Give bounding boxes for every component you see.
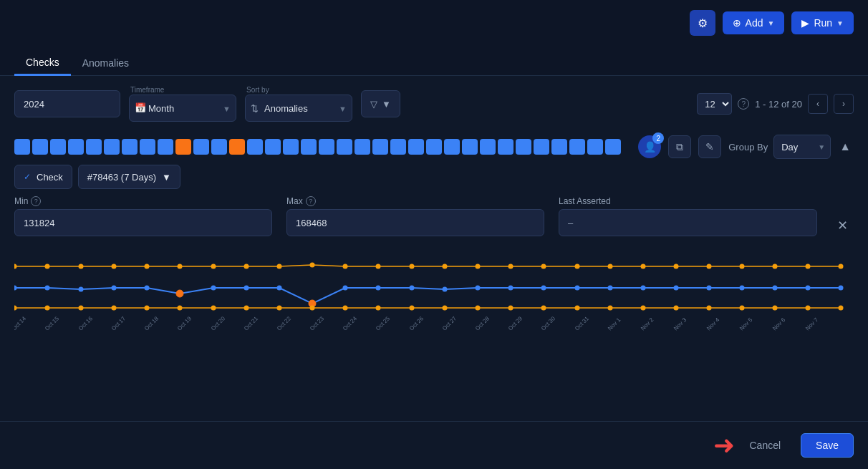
lower-dot [14, 306, 17, 311]
min-input[interactable] [14, 209, 272, 236]
run-button[interactable]: ▶ Run ▼ [791, 11, 854, 34]
copy-button[interactable]: ⧉ [668, 135, 691, 158]
lower-dot [740, 306, 745, 311]
timeline-dot[interactable] [498, 139, 513, 155]
max-field: Max ? [286, 196, 544, 236]
mid-dot [773, 286, 778, 291]
x-label: Oct 19 [176, 315, 193, 332]
timeline-dot[interactable] [355, 139, 370, 155]
filter-button[interactable]: ▽ ▼ [361, 90, 400, 117]
badge-count: 2 [652, 132, 664, 144]
timeline-dot[interactable] [86, 139, 102, 155]
lower-dot [443, 306, 448, 311]
timeline-dot[interactable] [319, 139, 334, 155]
mid-dot [575, 286, 580, 291]
mid-dot [674, 286, 679, 291]
timeline-dot[interactable] [140, 139, 155, 155]
timeline-dot[interactable] [14, 139, 30, 155]
lower-dot [343, 306, 348, 311]
date-input[interactable] [14, 90, 120, 117]
check-type-label: Check [37, 172, 63, 183]
timeline-dot[interactable] [569, 139, 585, 155]
edit-button[interactable]: ✎ [698, 135, 721, 158]
timeline-dot[interactable] [516, 139, 531, 155]
save-button[interactable]: Save [801, 433, 854, 458]
upper-dot [178, 264, 183, 269]
max-input[interactable] [286, 209, 544, 236]
group-by-select-wrap: Day Week Month ▼ [773, 135, 831, 159]
timeline-dot[interactable] [283, 139, 299, 155]
upper-dot [410, 264, 415, 269]
timeline-dot[interactable] [444, 139, 460, 155]
mid-dot [376, 286, 381, 291]
sortby-select[interactable]: Anomalies Date Name [245, 95, 352, 122]
upper-dot [443, 264, 448, 269]
edit-icon: ✎ [705, 141, 714, 153]
timeline-dot-anomaly[interactable] [229, 139, 245, 155]
timeline-dot[interactable] [211, 139, 227, 155]
timeline-dot-anomaly[interactable] [175, 139, 191, 155]
x-label: Oct 29 [507, 315, 524, 332]
next-page-button[interactable]: › [834, 94, 854, 114]
run-icon: ▶ [801, 17, 809, 29]
timeframe-wrapper: Timeframe 📅 Month Week Day ▼ [129, 86, 236, 122]
timeline-dot[interactable] [32, 139, 48, 155]
x-label: Oct 24 [342, 315, 358, 332]
tab-anomalies[interactable]: Anomalies [71, 52, 140, 76]
close-button[interactable]: ✕ [831, 215, 854, 236]
page-size-select[interactable]: 12 25 50 [697, 93, 732, 115]
timeline-dot[interactable] [247, 139, 263, 155]
gear-button[interactable]: ⚙ [690, 10, 715, 36]
lower-dot [79, 306, 84, 311]
cancel-button[interactable]: Cancel [738, 434, 792, 457]
lower-dot [674, 306, 679, 311]
mid-dot [14, 286, 17, 291]
max-help-icon[interactable]: ? [306, 196, 316, 206]
timeline-dot[interactable] [372, 139, 388, 155]
copy-icon: ⧉ [676, 141, 683, 153]
timeline-dot[interactable] [122, 139, 138, 155]
check-id-button[interactable]: #78463 (7 Days) ▼ [78, 165, 180, 189]
timeline-dot[interactable] [426, 139, 442, 155]
timeline-dot[interactable] [301, 139, 317, 155]
add-button[interactable]: ⊕ Add ▼ [723, 11, 785, 34]
timeline-dot[interactable] [551, 139, 567, 155]
pagination: 12 25 50 ? 1 - 12 of 20 ‹ › [697, 93, 854, 115]
sort-icon: ⇅ [251, 103, 259, 114]
check-icon: ✓ [24, 172, 31, 182]
min-help-icon[interactable]: ? [31, 196, 41, 206]
timeline-dot[interactable] [158, 139, 173, 155]
timeline-dot[interactable] [587, 139, 603, 155]
add-label: Add [746, 17, 763, 29]
calendar-icon: 📅 [135, 102, 146, 113]
timeline-dot[interactable] [462, 139, 478, 155]
last-asserted-label: Last Asserted [559, 196, 817, 206]
timeline-dot[interactable] [605, 139, 621, 155]
timeline-dot[interactable] [337, 139, 352, 155]
add-chevron-icon: ▼ [768, 19, 775, 27]
timeline-dot[interactable] [104, 139, 120, 155]
timeline-dot[interactable] [193, 139, 209, 155]
lower-dot [145, 306, 150, 311]
min-field: Min ? [14, 196, 272, 236]
x-label: Oct 25 [375, 315, 391, 332]
tab-checks[interactable]: Checks [14, 51, 71, 76]
check-type-button[interactable]: ✓ Check [14, 165, 72, 189]
filter-chevron-icon: ▼ [382, 99, 391, 110]
timeline-dot[interactable] [480, 139, 496, 155]
lower-dot [773, 306, 778, 311]
group-by-select[interactable]: Day Week Month [773, 135, 831, 159]
timeline-dot[interactable] [265, 139, 281, 155]
timeline-dot[interactable] [534, 139, 549, 155]
timeline-dot[interactable] [390, 139, 406, 155]
x-label: Oct 27 [441, 315, 458, 332]
timeline-dot[interactable] [68, 139, 84, 155]
collapse-button[interactable]: ▲ [836, 137, 854, 156]
x-label: Oct 18 [143, 315, 160, 332]
upper-dot [244, 264, 249, 269]
prev-page-button[interactable]: ‹ [808, 94, 828, 114]
date-filter-wrap [14, 90, 120, 117]
check-id-chevron-icon: ▼ [162, 172, 171, 183]
timeline-dot[interactable] [408, 139, 424, 155]
timeline-dot[interactable] [50, 139, 66, 155]
